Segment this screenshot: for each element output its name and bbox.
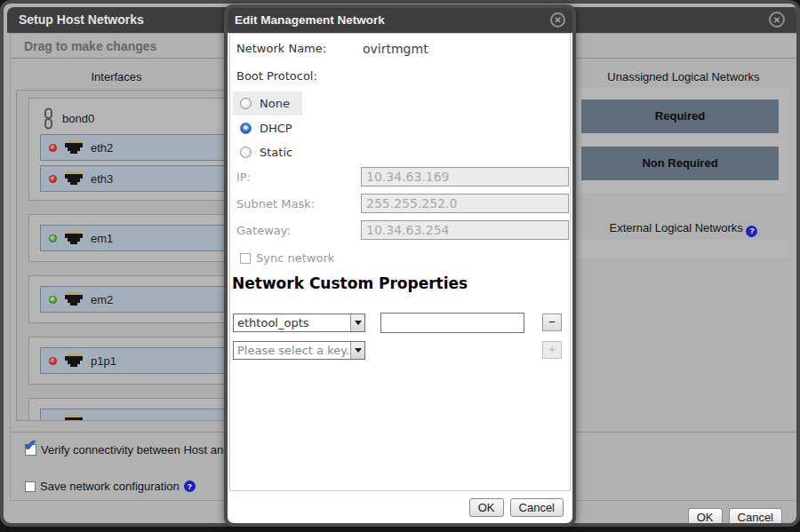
verify-connectivity-row: ✔ Verify connectivity between Host and bbox=[25, 443, 229, 457]
ip-label: IP: bbox=[236, 171, 251, 184]
save-network-config-label: Save network configuration bbox=[40, 480, 180, 493]
interface-name: p1p1 bbox=[91, 354, 116, 368]
edit-management-network-dialog: Edit Management Network ✕ Network Name: … bbox=[224, 4, 576, 527]
external-networks-header: External Logical Networks ? bbox=[578, 221, 789, 237]
interfaces-header: Interfaces bbox=[16, 70, 217, 83]
interface-name: eth3 bbox=[91, 172, 113, 186]
nic-icon bbox=[64, 171, 84, 186]
modal-title: Edit Management Network bbox=[235, 13, 385, 27]
unassigned-networks-header: Unassigned Logical Networks bbox=[578, 70, 789, 83]
radio-dhcp-label: DHCP bbox=[260, 122, 292, 135]
gateway-field bbox=[361, 220, 569, 240]
chevron-down-icon bbox=[355, 321, 362, 325]
close-icon[interactable]: ✕ bbox=[550, 12, 565, 28]
ok-button[interactable]: OK bbox=[688, 508, 723, 527]
combo-arrow-button[interactable] bbox=[350, 314, 364, 331]
radio-none[interactable]: None bbox=[233, 91, 302, 115]
status-down-icon bbox=[49, 175, 57, 183]
chain-link-icon bbox=[44, 107, 53, 130]
status-icon bbox=[49, 418, 57, 422]
sync-network-label: Sync network bbox=[256, 251, 334, 265]
nic-icon bbox=[64, 140, 84, 155]
sync-network-row: Sync network bbox=[240, 251, 334, 265]
nic-icon bbox=[64, 292, 84, 306]
dialog-title: Setup Host Networks bbox=[19, 12, 144, 27]
network-item-required[interactable]: Required bbox=[581, 99, 779, 133]
check-icon: ✔ bbox=[24, 436, 36, 455]
combo-arrow-button[interactable] bbox=[350, 342, 364, 359]
cancel-button[interactable]: Cancel bbox=[729, 508, 782, 527]
modal-footer: OK Cancel bbox=[469, 498, 564, 517]
nic-icon bbox=[64, 415, 84, 421]
save-network-config-checkbox[interactable] bbox=[25, 481, 36, 492]
help-icon[interactable]: ? bbox=[746, 226, 757, 237]
nic-icon bbox=[64, 353, 84, 368]
help-icon[interactable]: ? bbox=[184, 480, 196, 492]
verify-connectivity-checkbox[interactable]: ✔ bbox=[25, 444, 36, 456]
network-name-label: Network Name: bbox=[236, 42, 326, 55]
status-down-icon bbox=[49, 144, 57, 152]
status-up-icon bbox=[49, 296, 57, 304]
network-item-non-required[interactable]: Non Required bbox=[581, 147, 779, 180]
radio-none-label: None bbox=[260, 97, 290, 110]
sync-network-checkbox bbox=[240, 253, 251, 264]
external-networks-panel bbox=[578, 240, 789, 258]
main-dialog-footer: OK Cancel bbox=[688, 508, 782, 527]
radio-icon bbox=[240, 98, 252, 109]
ip-field bbox=[361, 167, 569, 187]
custom-properties-heading: Network Custom Properties bbox=[232, 274, 468, 292]
radio-selected-icon bbox=[240, 123, 252, 134]
interface-name: eth2 bbox=[91, 141, 113, 155]
property-key-placeholder: Please select a key... bbox=[234, 342, 350, 359]
gateway-label: Gateway: bbox=[236, 224, 291, 237]
subnet-mask-label: Subnet Mask: bbox=[236, 197, 315, 210]
add-property-button: + bbox=[542, 341, 562, 359]
modal-cancel-button[interactable]: Cancel bbox=[510, 498, 564, 517]
property-key-select[interactable]: ethtool_opts bbox=[233, 314, 365, 332]
bond-name: bond0 bbox=[62, 112, 94, 125]
radio-static[interactable]: Static bbox=[233, 140, 305, 164]
modal-titlebar: Edit Management Network ✕ bbox=[228, 8, 572, 33]
interface-name: em2 bbox=[91, 293, 113, 306]
chevron-down-icon bbox=[355, 348, 362, 353]
unassigned-networks-panel: Required Non Required bbox=[578, 88, 789, 193]
modal-ok-button[interactable]: OK bbox=[469, 498, 504, 517]
network-name-value: ovirtmgmt bbox=[363, 42, 428, 56]
property-key-placeholder-select[interactable]: Please select a key... bbox=[233, 341, 365, 360]
remove-property-button[interactable]: − bbox=[542, 314, 562, 331]
status-down-icon bbox=[49, 357, 57, 365]
status-up-icon bbox=[49, 234, 57, 242]
radio-icon bbox=[240, 147, 252, 158]
save-network-config-row: Save network configuration ? bbox=[25, 480, 196, 493]
modal-body: Network Name: ovirtmgmt Boot Protocol: N… bbox=[228, 33, 572, 523]
radio-dhcp[interactable]: DHCP bbox=[233, 116, 305, 140]
subnet-mask-field bbox=[361, 194, 569, 213]
property-key-value: ethtool_opts bbox=[234, 314, 350, 331]
close-icon[interactable]: ✕ bbox=[769, 12, 785, 28]
interface-name: em1 bbox=[91, 232, 113, 245]
boot-protocol-label: Boot Protocol: bbox=[236, 69, 317, 83]
nic-icon bbox=[64, 231, 84, 245]
verify-connectivity-label: Verify connectivity between Host and bbox=[41, 443, 229, 457]
radio-static-label: Static bbox=[260, 146, 292, 159]
property-value-input[interactable] bbox=[380, 313, 524, 333]
